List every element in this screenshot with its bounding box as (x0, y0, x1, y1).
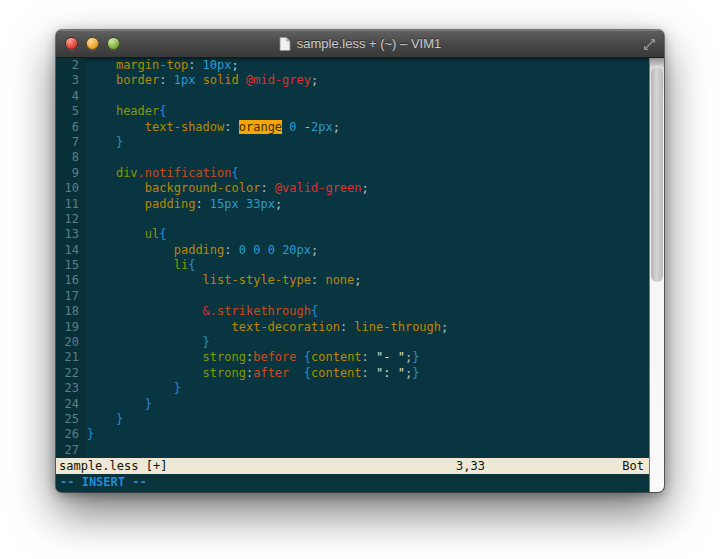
code-token (87, 227, 145, 241)
code-line[interactable]: margin-top: 10px; (87, 58, 649, 73)
code-token: { (159, 227, 166, 241)
code-token (195, 73, 202, 87)
code-token: { (232, 166, 239, 180)
code-line[interactable]: strong:before {content: "- ";} (87, 350, 649, 365)
line-number: 13 (56, 227, 79, 242)
code-token: ": " (376, 366, 405, 380)
code-line[interactable]: } (87, 427, 649, 442)
search-highlight: orange (239, 120, 282, 134)
code-token: 0 (289, 120, 296, 134)
line-number: 12 (56, 212, 79, 227)
code-token: : (188, 58, 202, 72)
window-title: sample.less + (~) – VIM1 (297, 36, 442, 51)
code-token: . (138, 166, 145, 180)
code-line[interactable] (87, 212, 649, 227)
code-token: ; (311, 73, 318, 87)
code-token: 15px (210, 197, 239, 211)
zoom-button[interactable] (107, 37, 120, 50)
line-number: 4 (56, 89, 79, 104)
code-token: - (297, 120, 311, 134)
line-number: 11 (56, 197, 79, 212)
code-line[interactable]: } (87, 397, 649, 412)
code-token (87, 73, 116, 87)
code-lines[interactable]: margin-top: 10px; border: 1px solid @mid… (86, 58, 649, 458)
code-token: text-decoration (232, 320, 340, 334)
code-token: after (253, 366, 289, 380)
code-token: : (340, 320, 354, 334)
code-token: list-style-type (203, 273, 311, 287)
code-line[interactable] (87, 443, 649, 458)
code-token: strong (203, 350, 246, 364)
code-token (87, 104, 116, 118)
code-line[interactable]: div.notification{ (87, 166, 649, 181)
code-line[interactable]: } (87, 381, 649, 396)
code-token: div (116, 166, 138, 180)
scrollbar-track[interactable] (649, 58, 664, 492)
code-token: header (116, 104, 159, 118)
code-token (87, 304, 203, 318)
line-number: 10 (56, 181, 79, 196)
line-number: 24 (56, 397, 79, 412)
code-token: : (362, 350, 376, 364)
code-line[interactable]: li{ (87, 258, 649, 273)
code-token (87, 120, 145, 134)
code-line[interactable]: list-style-type: none; (87, 273, 649, 288)
fullscreen-icon[interactable] (643, 38, 656, 51)
code-token: 20px (282, 243, 311, 257)
code-token (87, 135, 116, 149)
scrollbar-thumb[interactable] (651, 66, 663, 282)
code-line[interactable]: } (87, 335, 649, 350)
line-number: 14 (56, 243, 79, 258)
code-line[interactable] (87, 89, 649, 104)
code-token: : (224, 243, 238, 257)
line-number: 25 (56, 412, 79, 427)
code-token: ; (275, 197, 282, 211)
code-token (87, 243, 174, 257)
code-token: 0 (268, 243, 275, 257)
code-token: ul (145, 227, 159, 241)
code-line[interactable]: background-color: @valid-green; (87, 181, 649, 196)
code-token (87, 58, 116, 72)
code-token (87, 335, 203, 349)
close-button[interactable] (65, 37, 78, 50)
code-line[interactable]: ul{ (87, 227, 649, 242)
code-line[interactable]: header{ (87, 104, 649, 119)
code-token: } (412, 350, 419, 364)
line-number: 26 (56, 427, 79, 442)
code-token: ; (333, 120, 340, 134)
code-line[interactable]: strong:after {content: ": ";} (87, 366, 649, 381)
code-token (297, 350, 304, 364)
code-line[interactable]: border: 1px solid @mid-grey; (87, 73, 649, 88)
code-line[interactable]: padding: 15px 33px; (87, 197, 649, 212)
code-token: before (253, 350, 296, 364)
code-token (87, 397, 145, 411)
code-token: background-color (145, 181, 261, 195)
editor-content: 2345678910111213141516171819202122232425… (56, 58, 664, 492)
code-token: : (260, 181, 274, 195)
code-token: line-through (354, 320, 441, 334)
minimize-button[interactable] (86, 37, 99, 50)
code-token: 33px (246, 197, 275, 211)
code-line[interactable]: } (87, 135, 649, 150)
code-line[interactable] (87, 289, 649, 304)
code-token: } (412, 366, 419, 380)
code-token: li (174, 258, 188, 272)
code-token: ; (362, 181, 369, 195)
code-area[interactable]: 2345678910111213141516171819202122232425… (56, 58, 649, 458)
code-line[interactable]: text-decoration: line-through; (87, 320, 649, 335)
code-token: padding (174, 243, 225, 257)
code-line[interactable]: padding: 0 0 0 20px; (87, 243, 649, 258)
code-line[interactable]: &.strikethrough{ (87, 304, 649, 319)
line-number: 19 (56, 320, 79, 335)
code-token (87, 381, 174, 395)
titlebar[interactable]: sample.less + (~) – VIM1 (56, 30, 664, 58)
code-token: content (311, 366, 362, 380)
status-cursor-position: 3,33 (456, 458, 485, 474)
code-token: @valid-green (275, 181, 362, 195)
code-line[interactable] (87, 150, 649, 165)
gutter: 2345678910111213141516171819202122232425… (56, 58, 86, 458)
code-line[interactable]: } (87, 412, 649, 427)
code-line[interactable]: text-shadow: orange 0 -2px; (87, 120, 649, 135)
line-number: 18 (56, 304, 79, 319)
line-number: 6 (56, 120, 79, 135)
